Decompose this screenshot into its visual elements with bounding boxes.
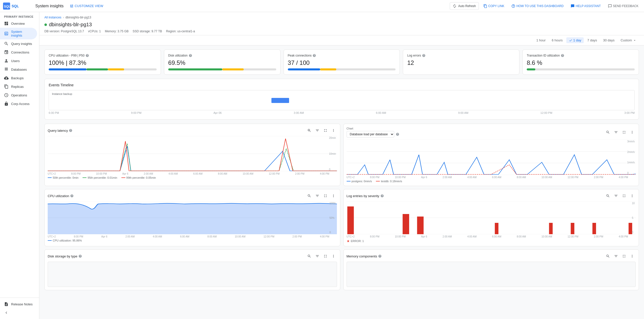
query-latency-svg (48, 136, 337, 171)
query-latency-legend: 50th percentile: 0min 95th percentile: 0… (48, 176, 337, 179)
filter-query-latency-button[interactable] (314, 127, 321, 134)
zoom-db-load-button[interactable] (604, 129, 611, 136)
disk-storage-chart-area (48, 262, 337, 287)
expand-log-entries-button[interactable] (621, 192, 628, 199)
auto-refresh-button[interactable]: Auto Refresh (450, 2, 479, 10)
collapse-sidebar-button[interactable] (0, 308, 39, 317)
expand-disk-storage-button[interactable] (322, 253, 329, 260)
zoom-log-entries-button[interactable] (604, 192, 611, 199)
log-entries-actions (604, 192, 636, 199)
filter-memory-button[interactable] (612, 253, 620, 260)
svg-rect-15 (347, 206, 354, 234)
sidebar-item-backups[interactable]: Backups (0, 74, 37, 82)
cpu-chart-legend: CPU utilization: 95.86% (48, 239, 337, 242)
help-icon-disk[interactable] (189, 54, 192, 57)
help-icon-transaction-id[interactable] (561, 54, 564, 57)
sidebar-item-query-insights[interactable]: Query insights (0, 39, 37, 48)
help-assistant-button[interactable]: HELP ASSISTANT (568, 3, 603, 10)
app-logo: SQL SQL (3, 3, 33, 10)
sidebar-item-databases[interactable]: Databases (0, 65, 37, 74)
help-icon-memory[interactable] (378, 254, 382, 258)
memory: Memory: 3.75 GB (105, 30, 129, 33)
help-icon-disk-storage[interactable] (78, 254, 82, 258)
time-btn-30days[interactable]: 30 days (601, 37, 617, 43)
query-latency-title: Query latency (48, 129, 72, 132)
sidebar-item-users[interactable]: Users (0, 57, 37, 65)
time-btn-1hour[interactable]: 1 hour (534, 37, 548, 43)
zoom-disk-storage-button[interactable] (306, 253, 313, 260)
query-latency-chart: Query latency 20min10min0 (44, 124, 340, 186)
help-icon-cpu[interactable] (86, 54, 89, 57)
sidebar-item-release-notes[interactable]: Release Notes (0, 300, 37, 308)
metric-card-transaction-id: Transaction ID utilization 8.6 % (522, 49, 639, 75)
expand-memory-button[interactable] (621, 253, 628, 260)
breadcrumb: All instances › dbinsights-blr-pg13 (44, 14, 639, 21)
sidebar: PRIMARY INSTANCE Overview System insight… (0, 12, 39, 319)
query-latency-actions (306, 127, 337, 134)
charts-grid-row2: CPU utilization 100%50%0 (44, 189, 639, 246)
time-btn-1day[interactable]: 1 day (566, 37, 584, 43)
more-memory-button[interactable] (629, 253, 636, 260)
sidebar-item-overview[interactable]: Overview (0, 19, 37, 28)
expand-query-latency-button[interactable] (322, 127, 329, 134)
expand-db-load-button[interactable] (621, 129, 628, 136)
charts-grid-row3: Disk storage by type (44, 249, 639, 290)
help-icon-log-entries[interactable] (380, 194, 384, 198)
sidebar-item-corp-access[interactable]: Corp Access (0, 99, 37, 108)
send-feedback-button[interactable]: SEND FEEDBACK (605, 3, 641, 10)
log-entries-y-labels: 1050 (631, 201, 636, 234)
help-icon-query-latency[interactable] (69, 129, 72, 132)
metric-bar-transaction-id (527, 68, 635, 70)
instance-name: dbinsights-blr-pg13 (49, 22, 92, 28)
zoom-memory-button[interactable] (604, 253, 611, 260)
filter-cpu-chart-button[interactable] (314, 192, 321, 199)
customize-view-button[interactable]: CUSTOMIZE VIEW (70, 4, 103, 8)
help-icon-cpu-chart[interactable] (70, 194, 74, 198)
metric-value-disk: 69.5% (168, 59, 276, 66)
log-entries-chart-area: 1050 (347, 201, 636, 234)
expand-cpu-chart-button[interactable] (322, 192, 329, 199)
copy-link-button[interactable]: COPY LINK (481, 3, 507, 10)
sidebar-item-replicas[interactable]: Replicas (0, 82, 37, 91)
more-disk-storage-button[interactable] (330, 253, 337, 260)
content-header: All instances › dbinsights-blr-pg13 dbin… (39, 12, 644, 35)
filter-log-entries-button[interactable] (612, 192, 620, 199)
help-icon-connections[interactable] (313, 54, 316, 57)
svg-rect-20 (571, 223, 574, 234)
memory-actions (604, 253, 636, 260)
zoom-cpu-chart-button[interactable] (306, 192, 313, 199)
sidebar-item-operations[interactable]: Operations (0, 91, 37, 99)
query-latency-x-labels: UTC+28:00 PM10:00 PMApr 62:00 AM4:00 AM6… (48, 172, 337, 175)
memory-components-header: Memory components (347, 253, 636, 260)
log-entries-title: Log entries by severity (347, 194, 384, 198)
metric-value-transaction-id: 8.6 % (527, 59, 635, 66)
db-load-legend: postgres: 0min/s testdb: 0.18min/s (347, 180, 636, 183)
db-load-y-labels: 3min/s2min/s1min/s0 (626, 140, 636, 175)
how-to-use-button[interactable]: HOW TO USE THIS DASHBOARD (509, 3, 566, 10)
svg-rect-17 (417, 217, 424, 234)
metric-label-cpu: CPU utilization - P99 | P50 (49, 54, 157, 57)
time-btn-6hours[interactable]: 6 hours (549, 37, 565, 43)
query-latency-y-labels: 20min10min0 (328, 136, 337, 171)
zoom-query-latency-button[interactable] (306, 127, 313, 134)
database-load-dropdown[interactable]: Database load per database (347, 131, 394, 138)
time-btn-7days[interactable]: 7 days (585, 37, 599, 43)
disk-storage-actions (306, 253, 337, 260)
cpu-chart-actions (306, 192, 337, 199)
filter-disk-storage-button[interactable] (314, 253, 321, 260)
time-btn-custom[interactable]: Custom (618, 37, 639, 43)
help-icon-db-load[interactable] (396, 132, 399, 136)
more-db-load-button[interactable] (629, 129, 636, 136)
sidebar-item-connections[interactable]: Connections (0, 48, 37, 57)
help-icon-log-errors[interactable] (422, 54, 426, 57)
filter-db-load-button[interactable] (612, 129, 620, 136)
breadcrumb-parent[interactable]: All instances (44, 16, 61, 19)
more-cpu-chart-button[interactable] (330, 192, 337, 199)
more-log-entries-button[interactable] (629, 192, 636, 199)
metric-bar-cpu (49, 68, 157, 70)
disk-storage-header: Disk storage by type (48, 253, 337, 260)
main-content: All instances › dbinsights-blr-pg13 dbin… (39, 12, 644, 319)
log-entries-chart: Log entries by severity 1050 (343, 189, 639, 246)
more-query-latency-button[interactable] (330, 127, 337, 134)
sidebar-item-system-insights[interactable]: System insights (0, 28, 37, 39)
